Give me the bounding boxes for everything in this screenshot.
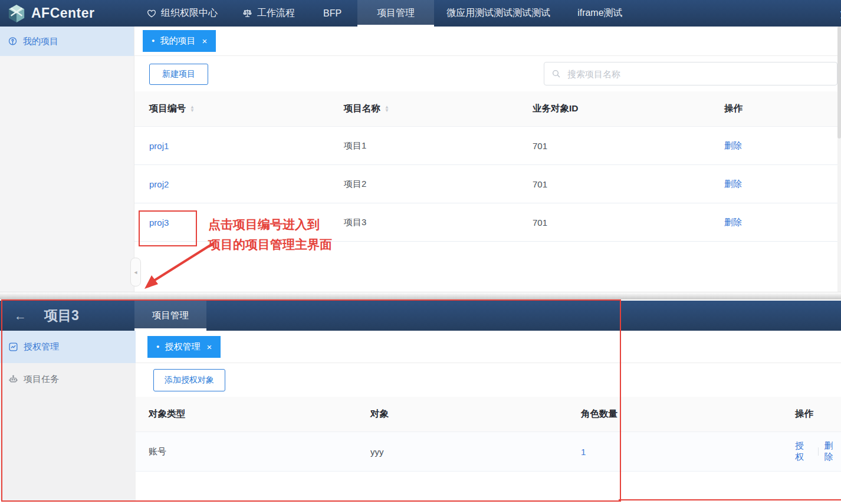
tab-label: 授权管理 <box>165 341 200 353</box>
project-detail-panel: ← 项目3 项目管理 授权管理 项目任务 <box>0 299 841 504</box>
sort-icon[interactable]: ▲ ▼ <box>190 106 195 113</box>
sort-desc-icon[interactable]: ▼ <box>385 109 389 113</box>
search-box[interactable] <box>544 62 837 85</box>
divider <box>818 447 819 456</box>
table-row: proj2 项目2 701 删除 <box>134 165 841 203</box>
business-object-id-cell: 701 <box>533 141 724 151</box>
nav-tab-project-management[interactable]: 项目管理 <box>134 301 206 331</box>
sidebar: 我的项目 <box>0 27 134 292</box>
page-tabbar: ● 我的项目 × <box>134 27 841 56</box>
nav-item-iframe-test[interactable]: iframe测试 <box>563 0 637 27</box>
sidebar-item-my-projects[interactable]: 我的项目 <box>0 27 134 56</box>
back-arrow-icon[interactable]: ← <box>14 309 27 323</box>
column-header-label: 项目名称 <box>344 103 380 115</box>
annotation-text: 点击项目编号进入到 项目的项目管理主界面 <box>208 215 332 255</box>
app-logo[interactable]: AFCenter <box>0 0 134 27</box>
table-row: proj1 项目1 701 删除 <box>134 127 841 165</box>
column-header-role-count: 角色数量 <box>581 408 795 420</box>
vertical-scrollbar[interactable] <box>837 27 841 292</box>
nav-item-label: 项目管理 <box>377 7 415 19</box>
sidebar-item-label: 项目任务 <box>24 374 59 385</box>
active-dot-icon: ● <box>152 38 155 44</box>
business-object-id-cell: 701 <box>533 218 724 228</box>
project-code-link[interactable]: proj2 <box>149 179 344 189</box>
project-main-content: ● 授权管理 × 添加授权对象 对象类型 对象 角色数量 操作 账号 yyy 1… <box>136 331 841 500</box>
object-cell: yyy <box>370 447 581 457</box>
sort-desc-icon[interactable]: ▼ <box>190 109 195 113</box>
project-title: 项目3 <box>44 307 79 325</box>
broadcast-icon <box>8 37 18 47</box>
tab-my-projects[interactable]: ● 我的项目 × <box>143 30 216 52</box>
top-navbar: AFCenter 组织权限中心 工作流程 BFP 项目管理 <box>0 0 841 27</box>
scale-icon <box>242 8 252 18</box>
annotation-line2: 项目的项目管理主界面 <box>208 235 332 255</box>
nav-item-workflow[interactable]: 工作流程 <box>230 0 307 27</box>
add-authorization-button[interactable]: 添加授权对象 <box>153 369 225 391</box>
nav-item-label: iframe测试 <box>577 7 622 19</box>
sidebar-item-label: 我的项目 <box>23 36 58 47</box>
scrollbar-thumb[interactable] <box>837 27 841 139</box>
nav-item-microapp-test[interactable]: 微应用测试测试测试测试 <box>434 0 563 27</box>
search-icon <box>551 69 561 78</box>
top-menu: 组织权限中心 工作流程 BFP 项目管理 微应用测试测试测试测试 iframe测… <box>134 0 638 27</box>
column-header-actions: 操作 <box>795 408 841 420</box>
project-code-link[interactable]: proj1 <box>149 141 344 151</box>
business-object-id-cell: 701 <box>533 179 724 189</box>
project-sidebar: 授权管理 项目任务 <box>0 331 136 500</box>
delete-link[interactable]: 删除 <box>824 440 841 463</box>
robot-icon <box>8 374 18 384</box>
column-header-label: 项目编号 <box>149 103 186 115</box>
close-icon[interactable]: × <box>202 36 207 46</box>
project-tabbar: ● 授权管理 × <box>136 331 841 363</box>
table-header-row: 对象类型 对象 角色数量 操作 <box>136 397 841 432</box>
column-header-project-code[interactable]: 项目编号 ▲ ▼ <box>149 103 344 115</box>
project-name-cell: 项目2 <box>344 179 533 190</box>
annotation-line1: 点击项目编号进入到 <box>208 215 332 235</box>
chevron-left-icon: ◂ <box>134 269 137 275</box>
nav-item-label: BFP <box>323 8 341 19</box>
column-header-actions: 操作 <box>724 103 841 115</box>
project-name-cell: 项目3 <box>344 217 533 228</box>
horizontal-scrollbar[interactable] <box>0 292 841 299</box>
table-header-row: 项目编号 ▲ ▼ 项目名称 ▲ ▼ 业务对象ID 操作 <box>134 91 841 127</box>
nav-item-label: 工作流程 <box>257 7 295 19</box>
column-header-label: 操作 <box>724 103 743 115</box>
project-navbar-left: ← 项目3 <box>0 301 134 331</box>
nav-item-label: 组织权限中心 <box>161 7 218 19</box>
afcenter-logo-icon <box>8 4 25 23</box>
sort-icon[interactable]: ▲ ▼ <box>385 106 389 113</box>
column-header-label: 业务对象ID <box>533 103 579 115</box>
tab-label: 我的项目 <box>160 35 195 47</box>
nav-item-bfp[interactable]: BFP <box>307 0 357 27</box>
app-title: AFCenter <box>31 5 95 21</box>
delete-link[interactable]: 删除 <box>724 179 841 190</box>
table-row: 账号 yyy 1 授权 删除 <box>136 432 841 472</box>
nav-item-org-permission-center[interactable]: 组织权限中心 <box>134 0 230 27</box>
sidebar-item-label: 授权管理 <box>24 341 59 353</box>
row-actions: 授权 删除 <box>795 440 841 463</box>
authorize-link[interactable]: 授权 <box>795 440 812 463</box>
column-header-object: 对象 <box>370 408 581 420</box>
search-input[interactable] <box>566 68 830 80</box>
delete-link[interactable]: 删除 <box>724 140 841 151</box>
close-icon[interactable]: × <box>206 342 212 352</box>
nav-item-project-management[interactable]: 项目管理 <box>357 0 434 27</box>
tab-authorization[interactable]: ● 授权管理 × <box>147 336 221 358</box>
sidebar-collapse-handle[interactable]: ◂ <box>130 258 141 286</box>
nav-item-label: 微应用测试测试测试测试 <box>446 7 550 19</box>
object-type-cell: 账号 <box>149 446 370 457</box>
new-project-button[interactable]: 新建项目 <box>149 64 208 85</box>
column-header-object-type: 对象类型 <box>149 408 370 420</box>
project-name-cell: 项目1 <box>344 140 533 151</box>
toolbar: 新建项目 <box>134 56 841 91</box>
heart-icon <box>147 9 156 18</box>
sidebar-item-authorization[interactable]: 授权管理 <box>0 331 136 363</box>
role-count-link[interactable]: 1 <box>581 447 795 457</box>
delete-link[interactable]: 删除 <box>724 217 841 228</box>
column-header-project-name[interactable]: 项目名称 ▲ ▼ <box>344 103 533 115</box>
column-header-business-object-id: 业务对象ID <box>533 103 724 115</box>
chart-icon <box>8 342 18 352</box>
project-navbar: ← 项目3 项目管理 <box>0 301 841 331</box>
active-dot-icon: ● <box>156 344 159 350</box>
sidebar-item-project-tasks[interactable]: 项目任务 <box>0 363 136 396</box>
